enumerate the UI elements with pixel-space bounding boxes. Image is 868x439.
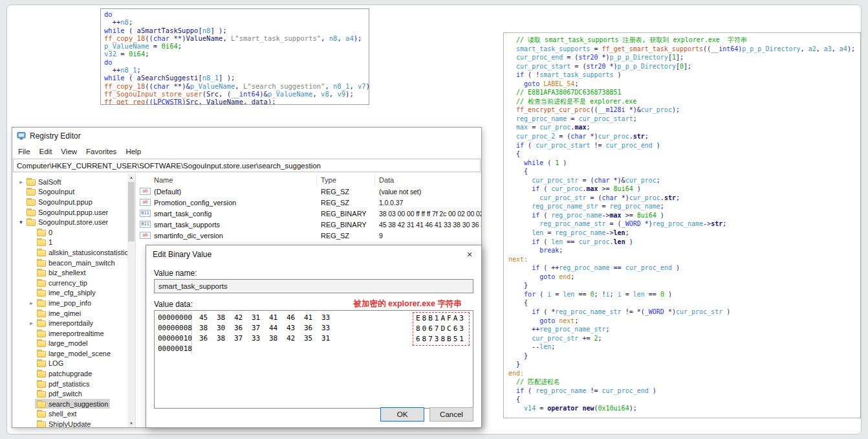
dialog-title-bar[interactable]: Edit Binary Value × xyxy=(146,245,481,264)
registry-value-row-smartinfo_dic_version[interactable]: absmartinfo_dic_versionREG_SZ9 xyxy=(136,230,481,241)
tree-item-biz_shellext[interactable]: biz_shellext xyxy=(12,267,127,278)
chevron-right-icon[interactable]: ▸ xyxy=(28,320,35,326)
close-icon[interactable]: × xyxy=(458,245,481,264)
hex-byte[interactable]: 31 xyxy=(247,313,265,323)
tree-item-ime_cfg_shiply[interactable]: ime_cfg_shiply xyxy=(12,288,127,298)
tree-item-SogouInput.ppup.user[interactable]: SogouInput.ppup.user xyxy=(12,207,127,218)
tree-item-body[interactable]: imereportdaily xyxy=(35,319,95,328)
tree-item-body[interactable]: SogouInput xyxy=(25,187,76,197)
column-header-data[interactable]: Data xyxy=(375,174,481,186)
hex-byte[interactable]: 36 xyxy=(195,333,212,344)
tree-item-body[interactable]: ShiplyUpdate xyxy=(35,420,92,427)
tree-item-body[interactable]: ime_pop_info xyxy=(35,298,93,308)
hex-byte[interactable]: 42 xyxy=(282,333,299,344)
cancel-button[interactable]: Cancel xyxy=(429,407,473,422)
menu-item-help[interactable]: Help xyxy=(121,148,146,155)
tree-item-body[interactable]: shell_ext xyxy=(35,409,78,419)
tree-item-body[interactable]: LOG xyxy=(35,359,65,368)
registry-value-row-(Default)[interactable]: ab(Default)REG_SZ(value not set) xyxy=(136,186,481,197)
tree-item-body[interactable]: patchupgrade xyxy=(35,369,94,379)
menu-item-view[interactable]: View xyxy=(56,148,81,155)
tree-item-body[interactable]: ime_cfg_shiply xyxy=(35,288,98,298)
tree-item-body[interactable]: large_model xyxy=(35,339,90,348)
tree-item-body[interactable]: currency_tip xyxy=(35,278,89,287)
hex-byte[interactable]: 38 xyxy=(212,313,230,323)
hex-byte[interactable]: 33 xyxy=(247,333,265,344)
menu-item-edit[interactable]: Edit xyxy=(35,148,57,155)
column-header-type[interactable]: Type xyxy=(317,174,375,186)
tree-scrollbar[interactable]: ▲ ▼ xyxy=(127,174,135,427)
scrollbar-thumb[interactable] xyxy=(128,182,135,242)
tree-item-search_suggestion[interactable]: search_suggestion xyxy=(12,399,127,409)
hex-byte[interactable]: 43 xyxy=(282,323,299,333)
hex-byte[interactable]: 37 xyxy=(247,323,265,333)
tree-item-patchupgrade[interactable]: patchupgrade xyxy=(12,368,127,379)
tree-item-body[interactable]: large_model_scene xyxy=(35,348,113,358)
registry-title-bar[interactable]: Registry Editor xyxy=(12,128,481,144)
tree-item-body[interactable]: ime_qimei xyxy=(35,308,83,318)
scroll-up-icon[interactable]: ▲ xyxy=(127,174,135,181)
menu-item-favorites[interactable]: Favorites xyxy=(81,148,121,155)
tree-item-large_model_scene[interactable]: large_model_scene xyxy=(12,348,127,359)
hex-byte[interactable]: 38 xyxy=(265,333,282,344)
tree-item-SogouInput.ppup[interactable]: SogouInput.ppup xyxy=(12,197,127,207)
ok-button[interactable]: OK xyxy=(380,407,424,422)
hex-byte[interactable]: 36 xyxy=(230,323,247,333)
tree-item-pdf_statistics[interactable]: pdf_statistics xyxy=(12,379,127,389)
registry-value-row-Promotion_config_version[interactable]: abPromotion_config_versionREG_SZ1.0.0.37 xyxy=(136,197,481,208)
hex-byte[interactable]: 30 xyxy=(212,323,230,333)
tree-item-body[interactable]: pdf_switch xyxy=(35,389,84,399)
tree-item-body[interactable]: beacon_main_switch xyxy=(35,258,117,267)
tree-item-beacon_main_switch[interactable]: beacon_main_switch xyxy=(12,258,127,268)
hex-byte[interactable]: 45 xyxy=(195,313,212,323)
tree-item-ime_pop_info[interactable]: ▸ime_pop_info xyxy=(12,298,127,308)
hex-byte[interactable]: 42 xyxy=(230,313,247,323)
tree-item-large_model[interactable]: large_model xyxy=(12,339,127,349)
tree-item-SogouInput.store.user[interactable]: ▾SogouInput.store.user xyxy=(12,217,127,227)
address-bar-input[interactable] xyxy=(13,159,481,172)
hex-byte[interactable]: 35 xyxy=(299,333,317,344)
hex-byte[interactable]: 33 xyxy=(317,313,334,323)
menu-item-file[interactable]: File xyxy=(14,148,35,155)
hex-byte[interactable]: 31 xyxy=(317,333,334,344)
hex-byte[interactable]: 46 xyxy=(282,313,299,323)
tree-item-SogouInput[interactable]: SogouInput xyxy=(12,187,127,197)
tree-item-body[interactable]: allskin_statusiconstatistics xyxy=(35,247,127,257)
hex-byte[interactable]: 33 xyxy=(317,323,334,333)
hex-byte[interactable]: 37 xyxy=(230,333,247,344)
hex-editor[interactable]: 0000000045384231414641330000000838303637… xyxy=(154,310,473,409)
tree-item-currency_tip[interactable]: currency_tip xyxy=(12,278,127,288)
tree-item-LOG[interactable]: LOG xyxy=(12,359,127,369)
hex-byte[interactable]: 38 xyxy=(212,333,230,344)
tree-item-body[interactable]: SalSoft xyxy=(25,177,63,186)
tree-item-ime_qimei[interactable]: ime_qimei xyxy=(12,308,127,319)
hex-byte[interactable]: 41 xyxy=(299,313,317,323)
tree-item-1[interactable]: 1 xyxy=(12,238,127,248)
tree-item-body[interactable]: pdf_statistics xyxy=(35,379,92,388)
hex-byte[interactable]: 38 xyxy=(195,323,212,333)
selected-tree-item[interactable]: search_suggestion xyxy=(35,399,110,409)
tree-item-body[interactable]: 0 xyxy=(35,227,54,237)
tree-item-body[interactable]: SogouInput.ppup xyxy=(25,197,94,207)
tree-item-body[interactable]: imereportrealtime xyxy=(35,328,106,338)
tree-item-body[interactable]: biz_shellext xyxy=(35,268,87,278)
hex-byte[interactable]: 41 xyxy=(265,313,282,323)
chevron-right-icon[interactable]: ▸ xyxy=(17,179,25,185)
tree-item-body[interactable]: SogouInput.store.user xyxy=(25,218,110,227)
scroll-down-icon[interactable]: ▼ xyxy=(127,420,135,427)
hex-byte[interactable]: 44 xyxy=(265,323,282,333)
column-header-name[interactable]: Name xyxy=(136,174,317,186)
tree-item-SalSoft[interactable]: ▸SalSoft xyxy=(12,177,127,187)
registry-value-row-smart_task_config[interactable]: 011smart_task_configREG_BINARY38 03 00 0… xyxy=(136,208,481,219)
chevron-right-icon[interactable]: ▸ xyxy=(28,300,35,306)
chevron-down-icon[interactable]: ▾ xyxy=(17,219,25,225)
registry-value-row-smart_task_supports[interactable]: 011smart_task_supportsREG_BINARY45 38 42… xyxy=(136,219,481,230)
tree-item-body[interactable]: SogouInput.ppup.user xyxy=(25,207,110,217)
tree-item-imereportrealtime[interactable]: imereportrealtime xyxy=(12,328,127,339)
tree-item-imereportdaily[interactable]: ▸imereportdaily xyxy=(12,318,127,328)
tree-item-body[interactable]: 1 xyxy=(35,238,54,247)
hex-byte[interactable]: 36 xyxy=(299,323,317,333)
value-name-field[interactable] xyxy=(154,279,473,293)
tree-item-0[interactable]: 0 xyxy=(12,227,127,238)
tree-item-allskin_statusiconstatistics[interactable]: allskin_statusiconstatistics xyxy=(12,247,127,258)
